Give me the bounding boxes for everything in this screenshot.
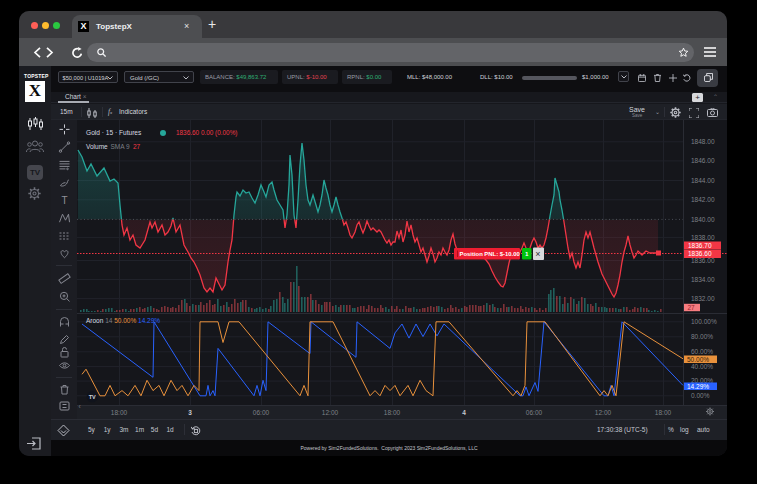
- svg-text:27: 27: [688, 304, 696, 311]
- svg-text:1846.00: 1846.00: [691, 157, 715, 164]
- svg-text:Aroon 14 50.00% 14.29%: Aroon 14 50.00% 14.29%: [86, 317, 160, 324]
- svg-text:80.00%: 80.00%: [691, 333, 713, 340]
- svg-text:4: 4: [462, 409, 466, 416]
- svg-text:TV: TV: [89, 394, 96, 400]
- svg-text:3: 3: [188, 409, 192, 416]
- svg-text:T: T: [61, 195, 67, 206]
- svg-text:100.00%: 100.00%: [691, 318, 717, 325]
- svg-text:27: 27: [133, 143, 141, 150]
- svg-text:1836.60 0.00 (0.00%): 1836.60 0.00 (0.00%): [176, 129, 237, 137]
- svg-text:12:00: 12:00: [322, 409, 339, 416]
- svg-text:1848.00: 1848.00: [691, 138, 715, 145]
- svg-text:Position PNL: $-10.00: Position PNL: $-10.00: [460, 251, 521, 257]
- svg-text:SMA 9: SMA 9: [111, 143, 131, 150]
- svg-text:18:00: 18:00: [384, 409, 401, 416]
- svg-text:50.00%: 50.00%: [687, 356, 709, 363]
- svg-text:1836.60: 1836.60: [688, 250, 712, 257]
- svg-text:06:00: 06:00: [526, 409, 543, 416]
- svg-text:1832.00: 1832.00: [691, 295, 715, 302]
- svg-text:0.00%: 0.00%: [691, 392, 710, 399]
- svg-text:06:00: 06:00: [253, 409, 270, 416]
- svg-text:1: 1: [525, 250, 529, 257]
- svg-text:18:00: 18:00: [111, 409, 128, 416]
- svg-text:1838.00: 1838.00: [691, 234, 715, 241]
- svg-text:12:00: 12:00: [595, 409, 612, 416]
- svg-text:1836.70: 1836.70: [688, 242, 712, 249]
- svg-text:‹: ‹: [79, 403, 81, 410]
- svg-text:18:00: 18:00: [655, 409, 672, 416]
- svg-text:Gold · 15 · Futures: Gold · 15 · Futures: [86, 129, 142, 136]
- svg-text:14.29%: 14.29%: [687, 383, 709, 390]
- svg-text:1834.00: 1834.00: [691, 276, 715, 283]
- svg-text:Volume: Volume: [86, 143, 108, 150]
- svg-text:1844.00: 1844.00: [691, 177, 715, 184]
- svg-text:60.00%: 60.00%: [691, 348, 713, 355]
- svg-text:40.00%: 40.00%: [691, 363, 713, 370]
- svg-text:1840.00: 1840.00: [691, 216, 715, 223]
- svg-text:×: ×: [535, 249, 540, 259]
- svg-text:1842.00: 1842.00: [691, 196, 715, 203]
